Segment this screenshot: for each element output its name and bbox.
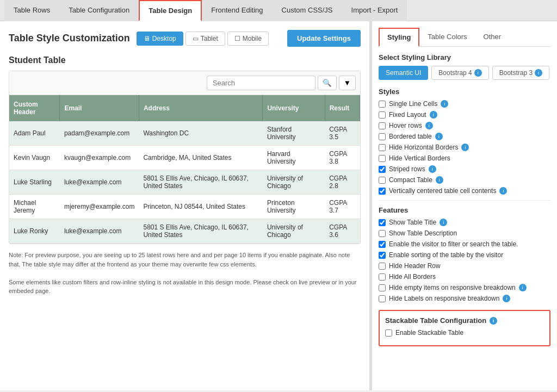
style-checkbox-2[interactable] — [379, 122, 386, 129]
style-checkbox-8[interactable] — [379, 188, 386, 195]
style-info-icon-4[interactable]: i — [461, 144, 469, 151]
stackable-info-icon[interactable]: i — [490, 317, 497, 325]
feature-option-2: Enable the visitor to filter or search t… — [379, 240, 550, 248]
table-cell-email: luke@example.com — [60, 219, 139, 244]
table-cell-result: CGPA 2.8 — [325, 170, 360, 195]
table-cell-name: Luke Starling — [9, 170, 60, 195]
btn-desktop[interactable]: 🖥 Desktop — [137, 32, 183, 46]
table-cell-address: Washington DC — [139, 121, 262, 146]
table-cell-address: 5801 S Ellis Ave, Chicago, IL 60637, Uni… — [139, 219, 262, 244]
style-option-6: Striped rowsi — [379, 165, 550, 173]
bootstrap3-info-icon[interactable]: i — [535, 69, 542, 77]
tab-import-export[interactable]: Import - Export — [342, 0, 407, 21]
right-tab-other[interactable]: Other — [475, 28, 510, 47]
table-row: Luke Starlingluke@example.com5801 S Elli… — [9, 170, 360, 195]
lib-btn-bootstrap4-label: Bootstrap 4 — [438, 69, 472, 77]
feature-info-icon-6[interactable]: i — [519, 284, 527, 291]
style-checkbox-3[interactable] — [379, 133, 386, 140]
features-title: Features — [379, 206, 550, 214]
right-tab-styling[interactable]: Styling — [379, 28, 419, 47]
update-settings-button[interactable]: Update Settings — [287, 30, 361, 47]
style-options: Single Line CellsiFixed LayoutiHover row… — [379, 100, 550, 195]
style-option-4: Hide Horizontal Bordersi — [379, 144, 550, 151]
style-info-icon-1[interactable]: i — [430, 111, 437, 119]
page-title-row: Table Style Customization 🖥 Desktop ▭ Ta… — [9, 30, 361, 47]
feature-label-2: Enable the visitor to filter or search t… — [389, 240, 518, 248]
style-info-icon-3[interactable]: i — [435, 133, 443, 140]
tab-custom-css[interactable]: Custom CSS/JS — [273, 0, 342, 21]
style-checkbox-0[interactable] — [379, 101, 386, 108]
tab-table-rows[interactable]: Table Rows — [4, 0, 59, 21]
tab-table-config[interactable]: Table Configuration — [59, 0, 139, 21]
style-checkbox-5[interactable] — [379, 155, 386, 162]
feature-option-1: Show Table Description — [379, 229, 550, 237]
style-label-1: Fixed Layout — [389, 111, 426, 119]
bootstrap4-info-icon[interactable]: i — [474, 69, 482, 77]
btn-tablet[interactable]: ▭ Tablet — [185, 32, 225, 46]
style-label-8: Vertically centered table cell contents — [389, 187, 496, 195]
feature-checkbox-2[interactable] — [379, 241, 386, 248]
btn-mobile[interactable]: ☐ Mobile — [227, 32, 269, 46]
style-info-icon-6[interactable]: i — [429, 165, 436, 173]
feature-info-icon-7[interactable]: i — [503, 295, 510, 302]
lib-btn-bootstrap3[interactable]: Bootstrap 3 i — [492, 66, 549, 80]
feature-checkbox-7[interactable] — [379, 295, 386, 302]
feature-option-3: Enable sorting of the table by the visit… — [379, 251, 550, 259]
main-wrapper: Table Style Customization 🖥 Desktop ▭ Ta… — [0, 21, 557, 390]
table-cell-name: Luke Ronky — [9, 219, 60, 244]
student-table-section: 🔍 ▼ Custom Header Email Address Universi… — [9, 71, 361, 244]
right-panel: Styling Table Colors Other Select Stylin… — [372, 21, 557, 390]
style-checkbox-4[interactable] — [379, 144, 386, 151]
title-and-devices: Table Style Customization 🖥 Desktop ▭ Ta… — [9, 32, 269, 46]
style-info-icon-2[interactable]: i — [425, 122, 433, 129]
feature-label-3: Enable sorting of the table by the visit… — [389, 251, 503, 259]
feature-checkbox-6[interactable] — [379, 284, 386, 291]
page-title: Table Style Customization — [9, 33, 130, 44]
style-checkbox-7[interactable] — [379, 177, 386, 184]
table-cell-result: CGPA 3.8 — [325, 146, 360, 170]
desktop-icon: 🖥 — [144, 35, 150, 42]
style-label-7: Compact Table — [389, 176, 432, 184]
style-info-icon-8[interactable]: i — [499, 187, 507, 195]
tab-table-design[interactable]: Table Design — [139, 0, 202, 21]
feature-label-1: Show Table Description — [389, 229, 457, 237]
table-header-row: Custom Header Email Address University R… — [9, 95, 360, 121]
feature-checkbox-5[interactable] — [379, 273, 386, 281]
style-option-7: Compact Tablei — [379, 176, 550, 184]
style-option-5: Hide Vertical Borders — [379, 154, 550, 162]
table-cell-email: mjeremy@example.com — [60, 195, 139, 219]
feature-label-4: Hide Header Row — [389, 262, 441, 270]
library-buttons: Semantic UI Bootstrap 4 i Bootstrap 3 i — [379, 66, 550, 80]
table-cell-email: luke@example.com — [60, 170, 139, 195]
feature-option-4: Hide Header Row — [379, 262, 550, 270]
styling-library-title: Select Styling Library — [379, 53, 550, 61]
right-tab-colors[interactable]: Table Colors — [419, 28, 475, 47]
lib-btn-semantic[interactable]: Semantic UI — [379, 66, 428, 80]
dropdown-button[interactable]: ▼ — [339, 76, 356, 90]
style-checkbox-1[interactable] — [379, 111, 386, 119]
feature-checkbox-0[interactable] — [379, 219, 386, 226]
top-nav: Table Rows Table Configuration Table Des… — [0, 0, 557, 21]
search-input[interactable] — [207, 76, 315, 90]
style-checkbox-6[interactable] — [379, 166, 386, 173]
search-button[interactable]: 🔍 — [318, 76, 337, 90]
feature-checkbox-4[interactable] — [379, 263, 386, 270]
style-label-3: Bordered table — [389, 133, 432, 140]
lib-btn-bootstrap4[interactable]: Bootstrap 4 i — [431, 66, 488, 80]
feature-checkbox-1[interactable] — [379, 230, 386, 237]
table-cell-result: CGPA 3.5 — [325, 121, 360, 146]
feature-checkbox-3[interactable] — [379, 252, 386, 259]
feature-label-5: Hide All Borders — [389, 273, 436, 281]
style-info-icon-0[interactable]: i — [441, 100, 448, 108]
stackable-checkbox-0[interactable] — [385, 329, 392, 337]
device-buttons: 🖥 Desktop ▭ Tablet ☐ Mobile — [137, 32, 269, 46]
table-search-row: 🔍 ▼ — [9, 71, 360, 95]
style-option-0: Single Line Cellsi — [379, 100, 550, 108]
style-option-8: Vertically centered table cell contentsi — [379, 187, 550, 195]
stackable-title-label: Stackable Table Configuration — [385, 316, 486, 325]
feature-option-6: Hide empty items on responsive breakdown… — [379, 284, 550, 291]
tab-frontend-editing[interactable]: Frontend Editing — [202, 0, 272, 21]
style-info-icon-7[interactable]: i — [436, 176, 443, 184]
table-row: Kevin Vaugnkvaugn@example.comCambridge, … — [9, 146, 360, 170]
feature-info-icon-0[interactable]: i — [440, 219, 447, 226]
